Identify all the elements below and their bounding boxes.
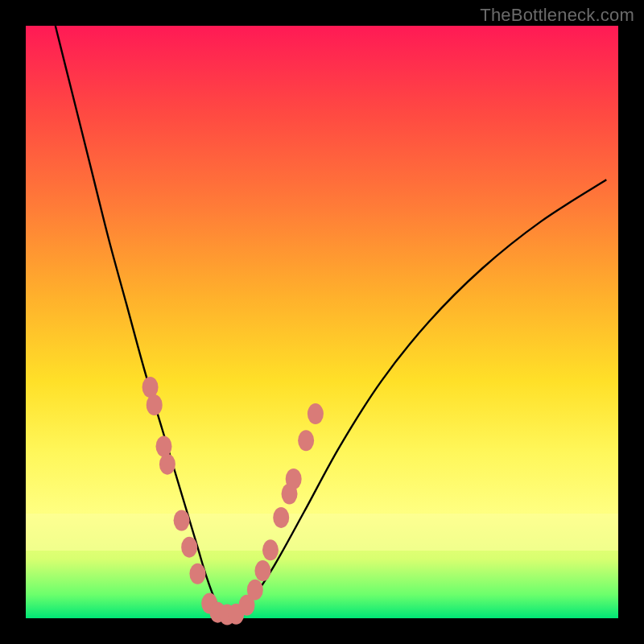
bottleneck-curve <box>56 26 606 616</box>
data-marker <box>147 394 163 415</box>
marker-layer <box>142 377 324 625</box>
data-marker <box>273 507 289 528</box>
data-marker <box>189 564 205 584</box>
data-marker <box>262 539 279 560</box>
data-marker <box>247 580 263 601</box>
data-marker <box>298 430 314 451</box>
data-marker <box>174 510 190 531</box>
chart-svg <box>26 26 618 618</box>
data-marker <box>159 454 175 475</box>
data-marker <box>286 469 302 489</box>
data-marker <box>155 436 171 457</box>
watermark-text: TheBottleneck.com <box>480 5 634 26</box>
data-marker <box>181 537 197 558</box>
data-marker <box>142 377 159 398</box>
data-marker <box>254 560 270 581</box>
data-marker <box>308 403 324 424</box>
